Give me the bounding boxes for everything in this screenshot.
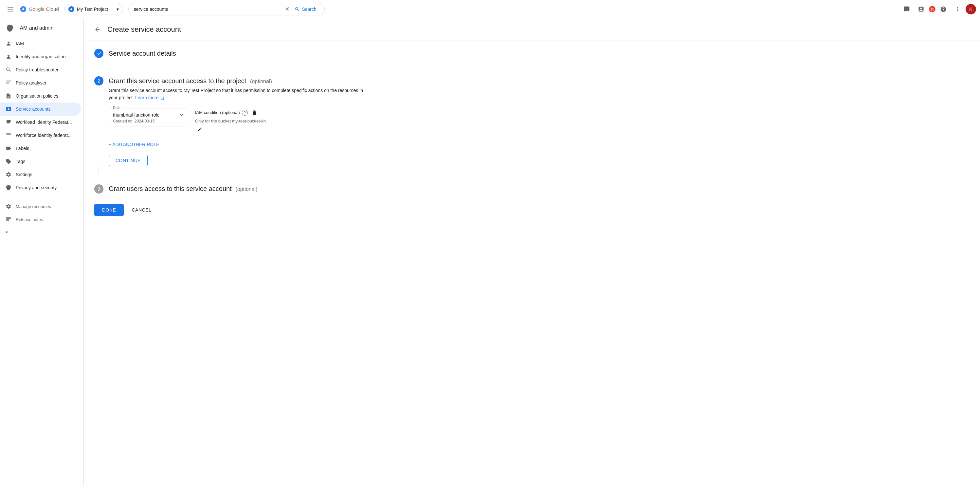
identity-icon (5, 53, 12, 60)
back-button[interactable] (92, 24, 103, 35)
iam-condition-label: IAM condition (optional) ? (195, 108, 266, 117)
role-select[interactable]: thumbnail-function-role (113, 112, 183, 118)
learn-more-link[interactable]: Learn more (135, 95, 164, 100)
sidebar-item-workload-identity-label: Workload Identity Federat... (16, 120, 72, 125)
sidebar-item-policy-troubleshooter[interactable]: Policy troubleshooter (0, 63, 81, 76)
collapse-icon: ◂ (5, 229, 8, 234)
step2-section: 2 Grant this service account access to t… (94, 76, 368, 174)
add-another-role-link[interactable]: + ADD ANOTHER ROLE (109, 139, 368, 150)
sidebar-item-tags[interactable]: Tags (0, 155, 81, 168)
step1-title: Service account details (109, 50, 176, 57)
sidebar-item-policy-analyser-label: Policy analyser (16, 80, 46, 86)
role-section: Role thumbnail-function-role Created on:… (109, 108, 368, 134)
step1-completed-icon (94, 49, 103, 58)
sidebar-item-service-accounts[interactable]: Service accounts (0, 102, 81, 116)
search-input[interactable] (134, 6, 283, 12)
continue-button[interactable]: CONTINUE (109, 155, 148, 166)
avatar[interactable]: K (966, 4, 976, 14)
more-options-icon[interactable] (951, 3, 964, 16)
sidebar-item-organisation-policies[interactable]: Organisation policies (0, 89, 81, 102)
content-header: Create service account (84, 18, 980, 41)
search-bar: ✕ Search (128, 3, 325, 15)
role-select-value: thumbnail-function-role (113, 112, 159, 118)
sidebar-item-workforce-identity[interactable]: Workforce identity federat... (0, 129, 81, 142)
organisation-policies-icon (5, 93, 12, 99)
sidebar-item-identity-label: Identity and organisation (16, 54, 66, 59)
project-name: My Test Project (77, 6, 114, 12)
step2-subtitle: (optional) (250, 79, 272, 84)
iam-admin-icon (5, 24, 14, 33)
role-field-label: Role (111, 106, 122, 110)
step2-description: Grant this service account access to My … (109, 87, 368, 102)
sidebar-header: IAM and admin (0, 18, 83, 37)
sidebar-item-workforce-identity-label: Workforce identity federat... (16, 133, 72, 138)
sidebar: IAM and admin IAM Identity and organisat… (0, 18, 84, 486)
sidebar-item-privacy-security[interactable]: Privacy and security (0, 181, 81, 194)
step1-section: Service account details (94, 49, 368, 66)
sidebar-header-title: IAM and admin (18, 25, 54, 31)
sidebar-item-release-notes[interactable]: Release notes (0, 213, 83, 226)
sidebar-item-identity[interactable]: Identity and organisation (0, 50, 81, 63)
step3-title: Grant users access to this service accou… (109, 185, 232, 192)
step3-subtitle: (optional) (235, 186, 258, 192)
service-accounts-icon (5, 106, 12, 112)
support-icon[interactable] (915, 3, 928, 16)
sidebar-item-policy-troubleshooter-label: Policy troubleshooter (16, 67, 59, 72)
workload-identity-icon (5, 119, 12, 126)
main-layout: IAM and admin IAM Identity and organisat… (0, 18, 980, 486)
sidebar-item-iam[interactable]: IAM (0, 37, 81, 50)
iam-condition-value: Only for the bucket my-test-bucket-kh (195, 119, 266, 123)
manage-resources-label: Manage resources (16, 204, 51, 209)
policy-analyser-icon (5, 80, 12, 86)
continue-button-wrapper: CONTINUE (109, 155, 368, 166)
sidebar-item-labels[interactable]: Labels (0, 142, 81, 155)
iam-icon (5, 40, 12, 47)
notifications-icon[interactable] (900, 3, 913, 16)
step2-title: Grant this service account access to the… (109, 77, 246, 84)
sidebar-divider (0, 197, 83, 197)
sidebar-item-manage-resources[interactable]: Manage resources (0, 200, 83, 213)
svg-point-3 (8, 55, 10, 57)
step3-title-group: Grant users access to this service accou… (109, 185, 257, 193)
topbar-right: 15 K (900, 3, 976, 16)
step2-header: 2 Grant this service account access to t… (94, 76, 368, 86)
sidebar-collapse-button[interactable]: ◂ (0, 226, 83, 237)
privacy-security-icon (5, 184, 12, 191)
role-field: Role thumbnail-function-role Created on:… (109, 108, 187, 126)
step2-title-group: Grant this service account access to the… (109, 77, 272, 85)
step3-header: 3 Grant users access to this service acc… (94, 184, 368, 194)
done-button[interactable]: DONE (94, 204, 124, 216)
sidebar-item-workload-identity[interactable]: Workload Identity Federat... (0, 116, 81, 129)
search-clear-icon[interactable]: ✕ (285, 6, 290, 12)
svg-rect-1 (8, 9, 13, 10)
notification-count-badge[interactable]: 15 (929, 6, 935, 13)
help-icon[interactable] (937, 3, 950, 16)
sidebar-item-settings[interactable]: Settings (0, 168, 81, 181)
search-button[interactable]: Search (292, 5, 319, 13)
sidebar-item-labels-label: Labels (16, 146, 29, 151)
sidebar-item-service-accounts-label: Service accounts (16, 107, 51, 112)
iam-condition-delete-icon[interactable] (250, 108, 259, 117)
cancel-button[interactable]: CANCEL (126, 204, 156, 216)
iam-condition-actions (195, 125, 266, 134)
project-selector[interactable]: ◆ My Test Project ▾ (64, 4, 123, 14)
sidebar-item-settings-label: Settings (16, 172, 32, 177)
release-notes-label: Release notes (16, 217, 43, 222)
manage-resources-icon (5, 203, 12, 210)
menu-icon[interactable] (4, 3, 17, 16)
iam-condition: IAM condition (optional) ? Only for the … (195, 108, 266, 134)
iam-condition-help-icon[interactable]: ? (242, 110, 248, 116)
project-dropdown-icon: ▾ (116, 6, 119, 12)
search-label: Search (302, 6, 316, 12)
labels-icon (5, 145, 12, 151)
iam-condition-edit-icon[interactable] (195, 125, 204, 134)
sidebar-item-iam-label: IAM (16, 41, 24, 46)
project-dot-icon: ◆ (68, 6, 74, 12)
action-buttons: DONE CANCEL (94, 204, 368, 216)
content-area: Create service account Service account d… (84, 18, 980, 486)
sidebar-item-tags-label: Tags (16, 159, 25, 164)
step3-section: 3 Grant users access to this service acc… (94, 184, 368, 194)
sidebar-item-policy-analyser[interactable]: Policy analyser (0, 76, 81, 89)
content-body: Service account details 2 Grant this ser… (84, 41, 379, 224)
policy-troubleshooter-icon (5, 67, 12, 73)
